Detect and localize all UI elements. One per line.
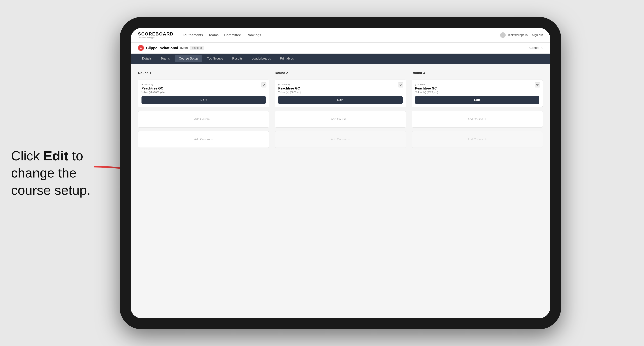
user-avatar bbox=[500, 32, 506, 38]
round-2-add-label-2: Add Course bbox=[331, 138, 346, 141]
nav-committee[interactable]: Committee bbox=[224, 33, 241, 37]
round-3-column: Round 3 ⟳ (Course A) Peachtree GC Yellow… bbox=[412, 71, 543, 148]
round-1-add-course-1[interactable]: Add Course + bbox=[138, 111, 269, 128]
round-3-add-course-1[interactable]: Add Course + bbox=[412, 111, 543, 128]
round-1-delete-button[interactable]: ⟳ bbox=[261, 82, 266, 87]
round-1-add-course-text-1: Add Course + bbox=[194, 117, 213, 121]
round-3-add-course-text-1: Add Course + bbox=[468, 117, 487, 121]
scoreboard-logo: SCOREBOARD Powered by clippd bbox=[138, 31, 174, 39]
round-2-course-detail: Yellow (M) (6629 yds) bbox=[278, 91, 402, 94]
round-3-add-course-text-2: Add Course + bbox=[468, 138, 487, 141]
round-2-edit-button[interactable]: Edit bbox=[278, 96, 402, 104]
instruction-line1: Click Edit tochange thecourse setup. bbox=[11, 148, 90, 197]
tab-results[interactable]: Results bbox=[228, 55, 247, 62]
round-3-edit-button[interactable]: Edit bbox=[415, 96, 539, 104]
sign-out-link[interactable]: | Sign out bbox=[530, 33, 543, 37]
tournament-badge: Hosting bbox=[190, 46, 204, 50]
tournament-gender: (Men) bbox=[180, 46, 188, 50]
round-2-add-course-2: Add Course + bbox=[275, 131, 406, 148]
tab-course-setup[interactable]: Course Setup bbox=[175, 55, 202, 62]
tournament-name: Clippd Invitational bbox=[146, 46, 178, 50]
logo-title: SCOREBOARD bbox=[138, 31, 174, 36]
cancel-button[interactable]: Cancel ✕ bbox=[529, 46, 543, 50]
round-3-plus-icon-2: + bbox=[485, 138, 487, 141]
logo-subtitle: Powered by clippd bbox=[138, 36, 174, 39]
close-icon: ✕ bbox=[540, 46, 543, 50]
round-1-plus-icon-2: + bbox=[211, 138, 213, 141]
round-2-course-label: (Course A) bbox=[278, 83, 402, 86]
round-1-course-label: (Course A) bbox=[142, 83, 266, 86]
round-3-add-label-1: Add Course bbox=[468, 118, 483, 121]
tab-teams[interactable]: Teams bbox=[156, 55, 174, 62]
round-1-column: Round 1 ⟳ (Course A) Peachtree GC Yellow… bbox=[138, 71, 269, 148]
round-2-add-label-1: Add Course bbox=[331, 118, 346, 121]
tab-leaderboards[interactable]: Leaderboards bbox=[248, 55, 275, 62]
round-1-add-course-text-2: Add Course + bbox=[194, 138, 213, 141]
instruction-bold: Edit bbox=[44, 148, 68, 163]
round-2-course-name: Peachtree GC bbox=[278, 87, 402, 90]
sub-navigation: Details Teams Course Setup Tee Groups Re… bbox=[131, 54, 550, 64]
top-navigation: SCOREBOARD Powered by clippd Tournaments… bbox=[131, 28, 550, 43]
instruction-text: Click Edit tochange thecourse setup. bbox=[11, 147, 90, 199]
tablet-device: SCOREBOARD Powered by clippd Tournaments… bbox=[120, 17, 561, 329]
round-3-add-label-2: Add Course bbox=[468, 138, 483, 141]
round-1-add-label-1: Add Course bbox=[194, 118, 210, 121]
tab-tee-groups[interactable]: Tee Groups bbox=[203, 55, 227, 62]
round-3-title: Round 3 bbox=[412, 71, 543, 75]
nav-links: Tournaments Teams Committee Rankings bbox=[183, 33, 261, 37]
round-2-delete-button[interactable]: ⟳ bbox=[398, 82, 403, 87]
tablet-screen: SCOREBOARD Powered by clippd Tournaments… bbox=[131, 28, 550, 318]
round-2-add-course-text-1: Add Course + bbox=[331, 117, 350, 121]
round-3-delete-button[interactable]: ⟳ bbox=[535, 82, 540, 87]
round-3-course-name: Peachtree GC bbox=[415, 87, 539, 90]
round-2-course-card: ⟳ (Course A) Peachtree GC Yellow (M) (66… bbox=[275, 80, 406, 107]
round-3-plus-icon-1: + bbox=[485, 117, 487, 121]
round-1-title: Round 1 bbox=[138, 71, 269, 75]
nav-teams[interactable]: Teams bbox=[208, 33, 219, 37]
cancel-label: Cancel bbox=[529, 46, 539, 50]
round-2-add-course-text-2: Add Course + bbox=[331, 138, 350, 141]
tournament-info: C Clippd Invitational (Men) Hosting bbox=[138, 45, 204, 51]
tab-printables[interactable]: Printables bbox=[276, 55, 298, 62]
nav-tournaments[interactable]: Tournaments bbox=[183, 33, 203, 37]
round-2-column: Round 2 ⟳ (Course A) Peachtree GC Yellow… bbox=[275, 71, 406, 148]
round-1-course-detail: Yellow (M) (6629 yds) bbox=[142, 91, 266, 94]
tab-details[interactable]: Details bbox=[138, 55, 156, 62]
round-2-title: Round 2 bbox=[275, 71, 406, 75]
round-1-add-label-2: Add Course bbox=[194, 138, 210, 141]
round-3-course-card: ⟳ (Course A) Peachtree GC Yellow (M) (66… bbox=[412, 80, 543, 107]
round-2-add-course-1[interactable]: Add Course + bbox=[275, 111, 406, 128]
round-2-plus-icon-2: + bbox=[348, 138, 350, 141]
user-email: blair@clippd.io bbox=[508, 33, 528, 37]
round-3-add-course-2: Add Course + bbox=[412, 131, 543, 148]
nav-left: SCOREBOARD Powered by clippd Tournaments… bbox=[138, 31, 261, 39]
round-1-course-name: Peachtree GC bbox=[142, 87, 266, 90]
round-3-course-detail: Yellow (M) (6629 yds) bbox=[415, 91, 539, 94]
nav-rankings[interactable]: Rankings bbox=[246, 33, 261, 37]
rounds-grid: Round 1 ⟳ (Course A) Peachtree GC Yellow… bbox=[138, 71, 543, 148]
round-1-course-card: ⟳ (Course A) Peachtree GC Yellow (M) (66… bbox=[138, 80, 269, 107]
round-1-add-course-2[interactable]: Add Course + bbox=[138, 131, 269, 148]
round-2-plus-icon-1: + bbox=[348, 117, 350, 121]
round-1-edit-button[interactable]: Edit bbox=[142, 96, 266, 104]
nav-right: blair@clippd.io | Sign out bbox=[500, 32, 543, 38]
clippd-logo: C bbox=[138, 45, 144, 51]
tournament-bar: C Clippd Invitational (Men) Hosting Canc… bbox=[131, 43, 550, 54]
round-3-course-label: (Course A) bbox=[415, 83, 539, 86]
round-1-plus-icon-1: + bbox=[211, 117, 213, 121]
main-content: Round 1 ⟳ (Course A) Peachtree GC Yellow… bbox=[131, 64, 550, 318]
